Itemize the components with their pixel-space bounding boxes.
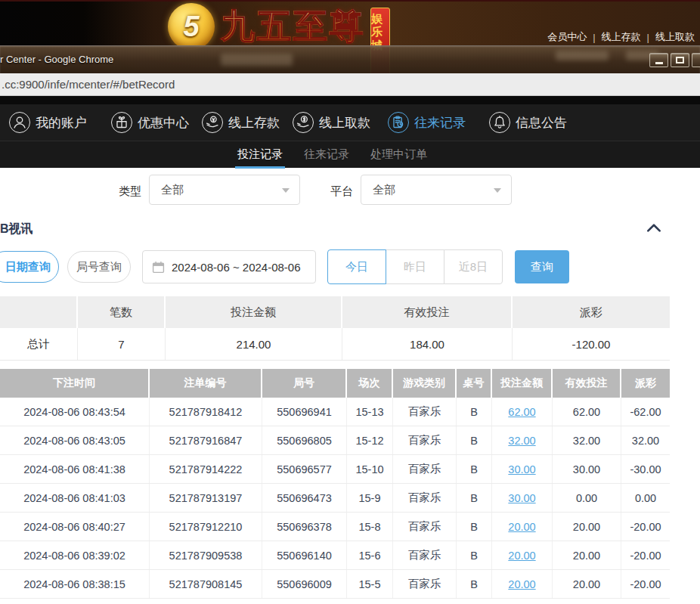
logo-title: 九五至尊: [221, 9, 366, 43]
cell-table-number: B: [457, 426, 492, 454]
cell-table-number: B: [457, 398, 492, 426]
close-button[interactable]: [692, 53, 700, 67]
summary-header-valid-bet: 有效投注: [342, 296, 513, 328]
link-separator: |: [593, 32, 595, 43]
cell-game-type: 百家乐: [393, 484, 457, 512]
cell-round-number: 550696805: [262, 426, 347, 454]
cell-bet-time: 2024-08-06 08:43:54: [0, 398, 150, 426]
cell-bet-amount: 20.00: [492, 513, 553, 541]
table-body: 2024-08-06 08:43:54 521787918412 5506969…: [0, 398, 670, 599]
record-tabs: 投注记录 往来记录 处理中订单: [0, 141, 700, 168]
nav-item-my-account[interactable]: 我的账户: [9, 104, 87, 141]
blurred-flourish: [221, 54, 293, 66]
nav-item-transaction-records[interactable]: 往来记录: [388, 104, 466, 141]
platform-select-value: 全部: [373, 183, 395, 197]
cell-bet-amount: 30.00: [492, 484, 553, 512]
window-title: r Center - Google Chrome: [0, 54, 113, 65]
member-nav: 我的账户 优惠中心 线上存款 线上取款 往来记录: [0, 104, 700, 141]
cell-payout: -20.00: [621, 513, 670, 541]
type-select[interactable]: 全部: [149, 175, 300, 205]
summary-header-row: 笔数 投注金额 有效投注 派彩: [0, 296, 670, 328]
banner-link-deposit[interactable]: 线上存款: [602, 30, 641, 44]
platform-select[interactable]: 全部: [361, 175, 512, 205]
table-row: 2024-08-06 08:40:27 521787912210 5506963…: [0, 513, 670, 541]
cell-order-number: 521787909538: [150, 541, 262, 569]
banner-links: 会员中心 | 线上存款 | 线上取款: [547, 30, 695, 44]
cell-session: 15-10: [347, 455, 393, 483]
date-query-button[interactable]: 日期查询: [0, 251, 59, 283]
table-header-row: 下注时间 注单编号 局号 场次 游戏类别 桌号 投注金额 有效投注 派彩: [0, 369, 670, 398]
summary-header-bet-amount: 投注金额: [166, 296, 342, 328]
nav-label: 优惠中心: [138, 114, 189, 132]
cell-round-number: 550696140: [262, 541, 347, 569]
address-bar[interactable]: .cc:9900/infe/mcenter/#/betRecord: [0, 73, 700, 96]
today-button[interactable]: 今日: [327, 249, 386, 284]
tab-transaction-records[interactable]: 往来记录: [304, 141, 349, 169]
cell-session: 15-12: [347, 426, 393, 454]
round-query-button[interactable]: 局号查询: [67, 251, 131, 283]
cell-valid-bet: 20.00: [553, 541, 621, 569]
bet-amount-link[interactable]: 20.00: [508, 578, 535, 590]
cell-session: 15-8: [347, 513, 393, 541]
cell-table-number: B: [457, 570, 492, 598]
bet-amount-link[interactable]: 32.00: [508, 435, 535, 447]
cell-game-type: 百家乐: [393, 570, 457, 598]
cell-payout: 0.00: [621, 484, 670, 512]
cell-table-number: B: [457, 541, 492, 569]
nav-item-announcements[interactable]: 信息公告: [489, 104, 567, 141]
cell-payout: -20.00: [621, 541, 670, 569]
cell-table-number: B: [457, 455, 492, 483]
cell-order-number: 521787918412: [150, 398, 262, 426]
cell-session: 15-13: [347, 398, 393, 426]
records-clipboard-icon: [388, 112, 409, 133]
cell-round-number: 550696009: [262, 570, 347, 598]
type-filter-label: 类型: [119, 184, 141, 199]
last-8-days-button[interactable]: 近8日: [444, 249, 503, 284]
cell-bet-time: 2024-08-06 08:41:38: [0, 455, 150, 483]
bet-amount-link[interactable]: 30.00: [508, 463, 535, 475]
chevron-up-icon: [646, 221, 662, 234]
nav-label: 往来记录: [414, 114, 466, 132]
cell-payout: 32.00: [621, 426, 670, 454]
bet-amount-link[interactable]: 62.00: [508, 406, 535, 418]
bet-amount-link[interactable]: 20.00: [508, 550, 535, 562]
search-button[interactable]: 查询: [515, 250, 569, 283]
yesterday-button[interactable]: 昨日: [386, 249, 444, 284]
cell-bet-amount: 30.00: [492, 455, 553, 483]
nav-item-online-deposit[interactable]: 线上存款: [202, 104, 280, 141]
summary-total-row: 总计 7 214.00 184.00 -120.00: [0, 328, 670, 361]
maximize-icon: [676, 57, 684, 63]
tab-pending-orders[interactable]: 处理中订单: [370, 141, 427, 169]
cell-session: 15-6: [347, 541, 393, 569]
screen: 5 九五至尊 娱乐城 会员中心 | 线上存款 | 线上取款 r Center -…: [0, 0, 700, 604]
user-icon: [9, 112, 30, 133]
bet-amount-link[interactable]: 30.00: [508, 492, 535, 504]
gift-icon: [111, 112, 132, 133]
nav-item-promotions[interactable]: 优惠中心: [111, 104, 189, 141]
cell-order-number: 521787908145: [150, 570, 262, 598]
maximize-button[interactable]: [671, 53, 689, 67]
cell-game-type: 百家乐: [393, 426, 457, 454]
cell-game-type: 百家乐: [393, 513, 457, 541]
cell-game-type: 百家乐: [393, 398, 457, 426]
type-select-value: 全部: [161, 183, 184, 197]
cell-bet-time: 2024-08-06 08:41:03: [0, 484, 150, 512]
minimize-button[interactable]: [649, 53, 668, 67]
banner-link-member-center[interactable]: 会员中心: [547, 30, 587, 44]
bet-amount-link[interactable]: 20.00: [508, 521, 535, 533]
collapse-section-button[interactable]: [646, 221, 665, 237]
cell-valid-bet: 32.00: [553, 426, 621, 454]
cell-valid-bet: 20.00: [553, 513, 621, 541]
col-session: 场次: [347, 369, 393, 398]
cell-order-number: 521787913197: [150, 484, 262, 512]
summary-header-count: 笔数: [78, 296, 166, 328]
tab-bet-records[interactable]: 投注记录: [237, 141, 283, 169]
nav-item-online-withdraw[interactable]: 线上取款: [293, 104, 370, 141]
cell-game-type: 百家乐: [393, 541, 457, 569]
date-range-input[interactable]: 2024-08-06 ~ 2024-08-06: [142, 250, 316, 283]
banner-link-withdraw[interactable]: 线上取款: [655, 30, 695, 44]
cell-bet-time: 2024-08-06 08:43:05: [0, 426, 150, 454]
bell-icon: [489, 112, 510, 133]
summary-count-value: 7: [78, 328, 166, 360]
caret-down-icon: [282, 188, 290, 193]
